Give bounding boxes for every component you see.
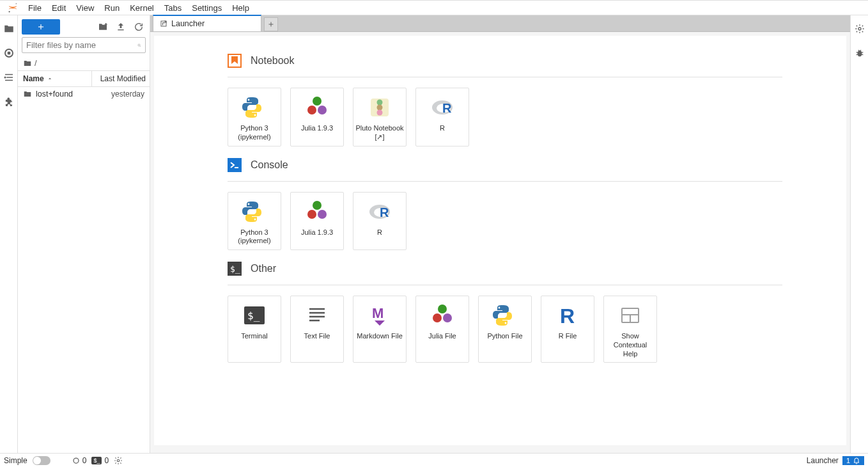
launcher-card-r[interactable]: R — [415, 88, 469, 146]
launcher-card-r-letter[interactable]: R File — [541, 296, 594, 363]
kernel-count[interactable]: 0 — [72, 456, 87, 465]
julia-icon — [304, 95, 330, 120]
console-section-icon — [228, 158, 242, 172]
section-title: Other — [251, 263, 276, 274]
menu-tabs[interactable]: Tabs — [159, 2, 187, 14]
svg-line-48 — [858, 50, 859, 51]
section-title: Notebook — [251, 55, 295, 67]
file-filter-box[interactable] — [22, 37, 146, 53]
launcher-card-text[interactable]: Text File — [290, 296, 344, 363]
menu-file[interactable]: File — [23, 2, 47, 14]
menu-view[interactable]: View — [71, 2, 99, 14]
svg-point-43 — [857, 51, 862, 56]
section-title: Console — [251, 159, 288, 171]
svg-line-44 — [856, 52, 858, 53]
tab-launcher[interactable]: Launcher — [153, 15, 261, 31]
python-icon — [242, 95, 267, 120]
svg-point-50 — [74, 458, 79, 463]
breadcrumb[interactable]: / — [18, 56, 150, 70]
svg-rect-37 — [118, 29, 123, 30]
file-row[interactable]: lost+foundyesterday — [18, 87, 150, 101]
launcher-card-python[interactable]: Python 3 (ipykernel) — [228, 88, 281, 146]
folder-icon — [23, 59, 32, 68]
tab-bar: Launcher — [150, 15, 850, 32]
jupyter-logo[interactable] — [6, 1, 19, 14]
python-icon — [242, 199, 267, 225]
python-icon — [492, 303, 518, 328]
card-label: Terminal — [241, 332, 268, 341]
launcher-panel: Notebook Python 3 (ipykernel)Julia 1.9.3… — [154, 36, 846, 445]
r-letter-icon — [555, 303, 580, 328]
svg-line-45 — [861, 52, 863, 53]
menu-run[interactable]: Run — [99, 2, 125, 14]
other-section-icon — [228, 262, 242, 276]
julia-icon — [430, 303, 455, 328]
svg-point-30 — [8, 11, 10, 12]
launcher-card-r[interactable]: R — [353, 192, 407, 251]
card-label: R — [377, 228, 382, 237]
add-tab-button[interactable] — [264, 17, 278, 31]
extensions-icon[interactable] — [3, 96, 15, 107]
property-inspector-icon[interactable] — [854, 23, 865, 35]
svg-line-46 — [856, 54, 858, 55]
launcher-tab-icon — [160, 20, 167, 28]
col-name-header[interactable]: Name — [18, 71, 92, 86]
launcher-card-python[interactable]: Python 3 (ipykernel) — [228, 192, 281, 251]
card-label: R — [440, 124, 445, 133]
refresh-icon[interactable] — [132, 20, 146, 34]
settings-icon[interactable] — [114, 456, 123, 465]
launcher-card-python[interactable]: Python File — [478, 296, 532, 363]
section-notebook: Notebook Python 3 (ipykernel)Julia 1.9.3… — [154, 54, 846, 146]
launcher-card-pluto[interactable]: Pluto Notebook [↗] — [353, 88, 407, 146]
menu-kernel[interactable]: Kernel — [125, 2, 159, 14]
card-label: Python File — [487, 332, 522, 341]
julia-icon — [304, 199, 330, 225]
launcher-card-markdown[interactable]: Markdown File — [353, 296, 407, 363]
svg-point-42 — [858, 28, 861, 30]
notification-badge[interactable]: 1 — [842, 456, 864, 465]
card-label: Julia 1.9.3 — [301, 124, 333, 133]
launcher-card-terminal[interactable]: Terminal — [228, 296, 281, 363]
toc-icon[interactable] — [3, 72, 15, 83]
section-other: Other TerminalText FileMarkdown FileJuli… — [154, 262, 846, 363]
section-console: Console Python 3 (ipykernel)Julia 1.9.3R — [154, 158, 846, 251]
launcher-card-julia[interactable]: Julia 1.9.3 — [290, 88, 344, 146]
simple-toggle[interactable] — [33, 456, 50, 465]
card-label: R File — [559, 332, 577, 341]
new-folder-icon[interactable] — [96, 20, 110, 34]
file-name: lost+found — [36, 90, 111, 99]
col-modified-header[interactable]: Last Modified — [92, 71, 150, 86]
menu-edit[interactable]: Edit — [47, 2, 71, 14]
menu-settings[interactable]: Settings — [187, 2, 227, 14]
search-icon — [137, 41, 141, 50]
launcher-card-julia[interactable]: Julia 1.9.3 — [290, 192, 344, 251]
svg-point-51 — [117, 459, 120, 462]
markdown-icon — [367, 303, 392, 328]
card-label: Text File — [304, 332, 330, 341]
file-modified: yesterday — [111, 90, 144, 99]
help-icon — [617, 303, 643, 328]
launcher-card-help[interactable]: Show Contextual Help — [603, 296, 657, 363]
menu-help[interactable]: Help — [227, 2, 254, 14]
upload-icon[interactable] — [114, 20, 128, 34]
right-rail — [850, 15, 868, 453]
folder-icon[interactable] — [3, 23, 15, 35]
r-icon — [367, 199, 392, 225]
file-browser: / Name Last Modified lost+foundyesterday — [18, 15, 150, 453]
launcher-card-julia[interactable]: Julia File — [415, 296, 469, 363]
status-mode: Launcher — [807, 456, 839, 465]
terminal-count[interactable]: $_ 0 — [91, 456, 109, 465]
card-label: Julia File — [428, 332, 456, 341]
debugger-icon[interactable] — [854, 47, 865, 59]
file-filter-input[interactable] — [26, 40, 134, 50]
breadcrumb-root: / — [35, 58, 37, 68]
running-icon[interactable] — [3, 47, 15, 59]
sort-asc-icon — [47, 75, 53, 82]
card-label: Python 3 (ipykernel) — [229, 228, 279, 246]
svg-line-39 — [140, 45, 141, 46]
card-label: Python 3 (ipykernel) — [229, 124, 279, 142]
new-launcher-button[interactable] — [22, 19, 60, 35]
svg-point-36 — [4, 77, 6, 78]
card-label: Show Contextual Help — [605, 332, 655, 358]
tab-title: Launcher — [171, 19, 205, 28]
